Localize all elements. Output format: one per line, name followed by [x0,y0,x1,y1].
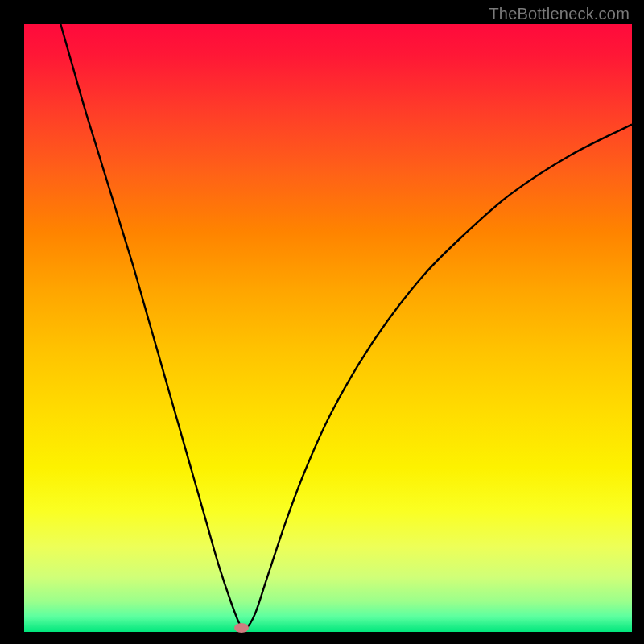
optimal-point-marker [234,623,249,633]
bottleneck-curve [60,24,632,630]
chart-frame: TheBottleneck.com [0,0,644,644]
plot-area [24,24,632,632]
watermark-text: TheBottleneck.com [489,5,630,23]
curve-layer [24,24,632,632]
